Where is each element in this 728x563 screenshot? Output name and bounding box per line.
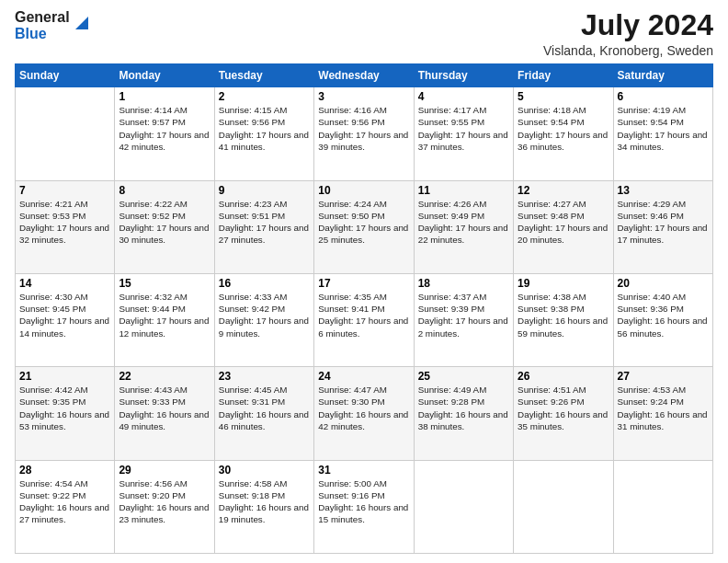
calendar-cell [16,87,115,180]
subtitle: Vislanda, Kronoberg, Sweden [543,43,713,58]
day-info: Sunrise: 4:51 AMSunset: 9:26 PMDaylight:… [518,385,608,431]
day-number: 31 [318,464,409,477]
col-sunday: Sunday [16,64,115,87]
day-info: Sunrise: 4:42 AMSunset: 9:35 PMDaylight:… [19,385,109,431]
calendar-cell: 27Sunrise: 4:53 AMSunset: 9:24 PMDayligh… [613,367,712,460]
day-number: 15 [119,277,210,290]
day-info: Sunrise: 4:54 AMSunset: 9:22 PMDaylight:… [19,478,109,525]
day-number: 26 [518,370,609,383]
day-number: 24 [318,370,409,383]
calendar-cell: 28Sunrise: 4:54 AMSunset: 9:22 PMDayligh… [16,460,115,553]
calendar-cell: 15Sunrise: 4:32 AMSunset: 9:44 PMDayligh… [115,273,214,366]
day-info: Sunrise: 4:56 AMSunset: 9:20 PMDaylight:… [119,478,209,525]
day-info: Sunrise: 4:27 AMSunset: 9:48 PMDaylight:… [518,199,608,246]
day-info: Sunrise: 4:17 AMSunset: 9:55 PMDaylight:… [418,105,508,152]
day-info: Sunrise: 4:16 AMSunset: 9:56 PMDaylight:… [318,105,408,152]
day-number: 10 [318,184,409,197]
calendar-cell [613,460,712,553]
calendar-cell: 25Sunrise: 4:49 AMSunset: 9:28 PMDayligh… [414,367,513,460]
calendar-table: Sunday Monday Tuesday Wednesday Thursday… [15,63,713,554]
day-number: 29 [119,464,210,477]
day-info: Sunrise: 4:33 AMSunset: 9:42 PMDaylight:… [219,292,309,339]
day-info: Sunrise: 4:40 AMSunset: 9:36 PMDaylight:… [618,292,708,339]
calendar-week-row: 21Sunrise: 4:42 AMSunset: 9:35 PMDayligh… [16,367,713,460]
calendar-cell: 9Sunrise: 4:23 AMSunset: 9:51 PMDaylight… [214,180,313,273]
day-info: Sunrise: 4:14 AMSunset: 9:57 PMDaylight:… [119,105,209,152]
calendar-cell: 6Sunrise: 4:19 AMSunset: 9:54 PMDaylight… [613,87,712,180]
day-info: Sunrise: 4:24 AMSunset: 9:50 PMDaylight:… [318,199,408,246]
day-info: Sunrise: 4:35 AMSunset: 9:41 PMDaylight:… [318,292,408,339]
day-number: 14 [19,277,110,290]
calendar-cell: 5Sunrise: 4:18 AMSunset: 9:54 PMDaylight… [514,87,613,180]
logo: General Blue [15,9,92,43]
day-info: Sunrise: 4:15 AMSunset: 9:56 PMDaylight:… [219,105,309,152]
calendar-cell: 29Sunrise: 4:56 AMSunset: 9:20 PMDayligh… [115,460,214,553]
logo-general: General [15,9,70,26]
day-info: Sunrise: 4:32 AMSunset: 9:44 PMDaylight:… [119,292,209,339]
day-number: 1 [119,90,210,103]
calendar-week-row: 1Sunrise: 4:14 AMSunset: 9:57 PMDaylight… [16,87,713,180]
calendar-cell: 30Sunrise: 4:58 AMSunset: 9:18 PMDayligh… [214,460,313,553]
calendar-cell: 1Sunrise: 4:14 AMSunset: 9:57 PMDaylight… [115,87,214,180]
day-info: Sunrise: 4:37 AMSunset: 9:39 PMDaylight:… [418,292,508,339]
day-number: 5 [518,90,609,103]
col-wednesday: Wednesday [314,64,414,87]
day-info: Sunrise: 4:23 AMSunset: 9:51 PMDaylight:… [219,199,309,246]
day-info: Sunrise: 4:19 AMSunset: 9:54 PMDaylight:… [618,105,708,152]
calendar-cell: 21Sunrise: 4:42 AMSunset: 9:35 PMDayligh… [16,367,115,460]
header: General Blue July 2024 Vislanda, Kronobe… [15,9,713,58]
day-number: 22 [119,370,210,383]
col-monday: Monday [115,64,214,87]
page: General Blue July 2024 Vislanda, Kronobe… [0,0,728,563]
calendar-cell: 11Sunrise: 4:26 AMSunset: 9:49 PMDayligh… [414,180,513,273]
day-number: 4 [418,90,509,103]
calendar-cell: 3Sunrise: 4:16 AMSunset: 9:56 PMDaylight… [314,87,414,180]
day-number: 16 [219,277,310,290]
calendar-cell: 23Sunrise: 4:45 AMSunset: 9:31 PMDayligh… [214,367,313,460]
calendar-cell: 20Sunrise: 4:40 AMSunset: 9:36 PMDayligh… [613,273,712,366]
calendar-header-row: Sunday Monday Tuesday Wednesday Thursday… [16,64,713,87]
day-info: Sunrise: 4:18 AMSunset: 9:54 PMDaylight:… [518,105,608,152]
calendar-cell: 31Sunrise: 5:00 AMSunset: 9:16 PMDayligh… [314,460,414,553]
day-info: Sunrise: 4:58 AMSunset: 9:18 PMDaylight:… [219,478,309,525]
title-block: July 2024 Vislanda, Kronoberg, Sweden [543,9,713,58]
calendar-cell: 24Sunrise: 4:47 AMSunset: 9:30 PMDayligh… [314,367,414,460]
calendar-cell: 14Sunrise: 4:30 AMSunset: 9:45 PMDayligh… [16,273,115,366]
day-number: 13 [618,184,709,197]
logo-triangle-icon [72,11,92,31]
day-number: 25 [418,370,509,383]
calendar-week-row: 7Sunrise: 4:21 AMSunset: 9:53 PMDaylight… [16,180,713,273]
day-number: 18 [418,277,509,290]
calendar-week-row: 14Sunrise: 4:30 AMSunset: 9:45 PMDayligh… [16,273,713,366]
calendar-cell: 12Sunrise: 4:27 AMSunset: 9:48 PMDayligh… [514,180,613,273]
day-number: 17 [318,277,409,290]
day-info: Sunrise: 4:30 AMSunset: 9:45 PMDaylight:… [19,292,109,339]
day-info: Sunrise: 4:38 AMSunset: 9:38 PMDaylight:… [518,292,608,339]
calendar-cell: 4Sunrise: 4:17 AMSunset: 9:55 PMDaylight… [414,87,513,180]
logo-blue: Blue [15,26,70,42]
day-number: 21 [19,370,110,383]
day-number: 23 [219,370,310,383]
day-number: 7 [19,184,110,197]
svg-marker-0 [75,17,88,29]
calendar-cell: 19Sunrise: 4:38 AMSunset: 9:38 PMDayligh… [514,273,613,366]
day-info: Sunrise: 4:53 AMSunset: 9:24 PMDaylight:… [618,385,708,431]
calendar-cell: 22Sunrise: 4:43 AMSunset: 9:33 PMDayligh… [115,367,214,460]
col-tuesday: Tuesday [214,64,313,87]
calendar-cell: 8Sunrise: 4:22 AMSunset: 9:52 PMDaylight… [115,180,214,273]
day-info: Sunrise: 4:47 AMSunset: 9:30 PMDaylight:… [318,385,408,431]
day-info: Sunrise: 4:45 AMSunset: 9:31 PMDaylight:… [219,385,309,431]
calendar-cell [514,460,613,553]
day-info: Sunrise: 4:49 AMSunset: 9:28 PMDaylight:… [418,385,508,431]
calendar-cell: 26Sunrise: 4:51 AMSunset: 9:26 PMDayligh… [514,367,613,460]
day-number: 8 [119,184,210,197]
calendar-cell: 10Sunrise: 4:24 AMSunset: 9:50 PMDayligh… [314,180,414,273]
day-number: 3 [318,90,409,103]
day-info: Sunrise: 4:26 AMSunset: 9:49 PMDaylight:… [418,199,508,246]
day-info: Sunrise: 4:29 AMSunset: 9:46 PMDaylight:… [618,199,708,246]
col-saturday: Saturday [613,64,712,87]
col-thursday: Thursday [414,64,513,87]
main-title: July 2024 [543,9,713,41]
day-number: 27 [618,370,709,383]
day-number: 20 [618,277,709,290]
